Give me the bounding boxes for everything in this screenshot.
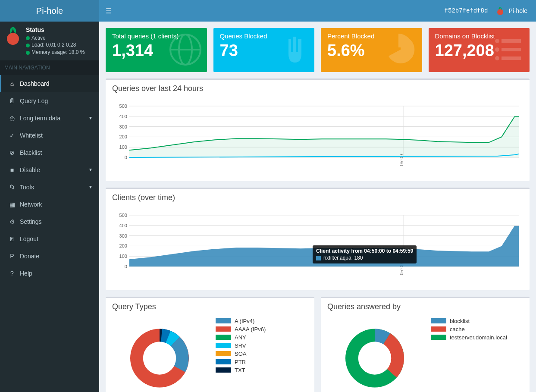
sidebar-item-help[interactable]: ?Help — [0, 265, 99, 282]
svg-point-42 — [358, 342, 392, 375]
panel-title: Queries over last 24 hours — [106, 80, 530, 97]
queries-24h-chart[interactable]: 5004003002001000 05:00 — [112, 102, 523, 175]
panel-answered-by: Queries answered by blocklist cache test… — [321, 297, 530, 392]
swatch-icon — [216, 367, 231, 373]
query-types-donut[interactable] — [112, 318, 207, 391]
stat-queries-blocked[interactable]: Queries Blocked 73 — [213, 28, 315, 72]
sidebar-item-label: Blacklist — [20, 149, 42, 156]
sidebar-item-whitelist[interactable]: ✓Whitelist — [0, 127, 99, 144]
legend-item[interactable]: testserver.domain.local — [431, 334, 507, 341]
status-active: Active — [26, 34, 85, 42]
panel-title: Query Types — [106, 298, 314, 316]
sidebar-item-longterm[interactable]: ◴Long term data▼ — [0, 110, 99, 127]
swatch-icon — [431, 318, 446, 323]
svg-text:400: 400 — [119, 114, 127, 119]
check-icon: ✓ — [8, 132, 16, 139]
sidebar-item-blacklist[interactable]: ⊘Blacklist — [0, 144, 99, 161]
stat-percent-blocked[interactable]: Percent Blocked 5.6% — [321, 28, 422, 72]
sidebar-item-label: Query Log — [20, 97, 48, 104]
svg-point-1 — [7, 33, 19, 45]
svg-text:0: 0 — [125, 155, 127, 160]
dot-icon — [26, 44, 30, 47]
paypal-icon: P — [8, 253, 16, 260]
sidebar-item-disable[interactable]: ■Disable▼ — [0, 161, 99, 179]
svg-text:500: 500 — [119, 213, 127, 218]
query-types-legend: A (IPv4) AAAA (IPv6) ANY SRV SOA PTR TXT — [216, 318, 266, 375]
dot-icon — [26, 51, 30, 55]
swatch-icon — [431, 326, 446, 332]
folder-icon: 📁︎ — [8, 184, 16, 191]
logout-icon: 🚪︎ — [8, 235, 16, 242]
brand-text: Pi-hole — [508, 7, 527, 14]
tooltip-line: nxfilter.aqua: 180 — [316, 255, 413, 261]
legend-item[interactable]: blocklist — [431, 318, 507, 324]
svg-point-0 — [497, 9, 503, 15]
clock-icon: ◴ — [8, 115, 16, 122]
legend-item[interactable]: TXT — [216, 367, 266, 373]
sidebar-item-donate[interactable]: PDonate — [0, 248, 99, 265]
sidebar-item-tools[interactable]: 📁︎Tools▼ — [0, 179, 99, 196]
svg-point-40 — [143, 342, 176, 375]
file-icon: 📄︎ — [8, 97, 16, 104]
svg-rect-6 — [502, 39, 521, 43]
status-memory: Memory usage: 18.0 % — [26, 49, 85, 56]
svg-rect-10 — [502, 56, 521, 60]
sidebar: Status Active Load: 0.01 0.2 0.28 Memory… — [0, 22, 99, 392]
legend-item[interactable]: AAAA (IPv6) — [216, 326, 266, 332]
sidebar-item-querylog[interactable]: 📄︎Query Log — [0, 92, 99, 110]
sidebar-item-dashboard[interactable]: ⌂Dashboard — [0, 75, 99, 92]
svg-rect-8 — [502, 48, 521, 51]
logo[interactable]: Pi-hole — [0, 0, 99, 22]
sidebar-toggle[interactable]: ☰ — [99, 0, 118, 22]
answered-by-donut[interactable] — [327, 318, 422, 391]
gear-icon: ⚙ — [8, 218, 16, 225]
sidebar-item-label: Whitelist — [20, 132, 43, 139]
panel-query-types: Query Types A (IPv4) AAAA (IPv6) ANY — [106, 297, 314, 392]
legend-item[interactable]: A (IPv4) — [216, 318, 266, 324]
legend-item[interactable]: SRV — [216, 342, 266, 349]
swatch-icon — [216, 326, 231, 332]
sidebar-item-settings[interactable]: ⚙Settings — [0, 213, 99, 230]
chart-tooltip: Client activity from 04:50:00 to 04:59:5… — [313, 245, 417, 263]
sidebar-item-label: Help — [20, 270, 32, 277]
ban-icon: ⊘ — [8, 149, 16, 156]
stop-icon: ■ — [8, 166, 16, 173]
bars-icon: ☰ — [106, 7, 112, 15]
sidebar-item-label: Tools — [20, 184, 34, 191]
sidebar-item-label: Settings — [20, 218, 42, 225]
sidebar-item-label: Long term data — [20, 115, 60, 122]
logo-text: Pi-hole — [36, 6, 63, 16]
sidebar-item-logout[interactable]: 🚪︎Logout — [0, 230, 99, 248]
panel-title: Queries answered by — [321, 298, 530, 316]
swatch-icon — [431, 335, 446, 340]
legend-item[interactable]: SOA — [216, 351, 266, 357]
legend-item[interactable]: cache — [431, 326, 507, 332]
pihole-logo-icon — [4, 26, 22, 45]
list-icon — [491, 32, 525, 67]
swatch-icon — [316, 256, 321, 260]
stat-domains-blocklist[interactable]: Domains on Blocklist 127,208 — [429, 28, 530, 72]
panel-queries-24h: Queries over last 24 hours 5004003002001… — [106, 78, 530, 181]
svg-text:300: 300 — [119, 124, 127, 129]
sidebar-item-network[interactable]: ▦Network — [0, 196, 99, 213]
sidebar-item-label: Dashboard — [20, 80, 50, 87]
legend-item[interactable]: PTR — [216, 359, 266, 365]
pihole-icon — [495, 6, 505, 16]
chevron-down-icon: ▼ — [88, 167, 93, 172]
swatch-icon — [216, 343, 231, 348]
sidebar-item-label: Network — [20, 201, 42, 208]
header-brand[interactable]: Pi-hole — [495, 6, 527, 16]
svg-text:100: 100 — [119, 254, 127, 259]
legend-item[interactable]: ANY — [216, 334, 266, 341]
piechart-icon — [383, 32, 418, 67]
panel-clients-over-time: Clients (over time) 5004003002001000 05:… — [106, 188, 530, 290]
home-icon: ⌂ — [8, 80, 16, 87]
chevron-down-icon: ▼ — [88, 185, 93, 189]
svg-point-5 — [495, 39, 499, 43]
globe-icon — [168, 32, 203, 67]
stat-total-queries[interactable]: Total queries (1 clients) 1,314 — [106, 28, 207, 72]
tooltip-title: Client activity from 04:50:00 to 04:59:5… — [316, 248, 413, 254]
status-title: Status — [26, 26, 85, 34]
status-panel: Status Active Load: 0.01 0.2 0.28 Memory… — [0, 22, 99, 60]
sidebar-item-label: Disable — [20, 166, 40, 173]
